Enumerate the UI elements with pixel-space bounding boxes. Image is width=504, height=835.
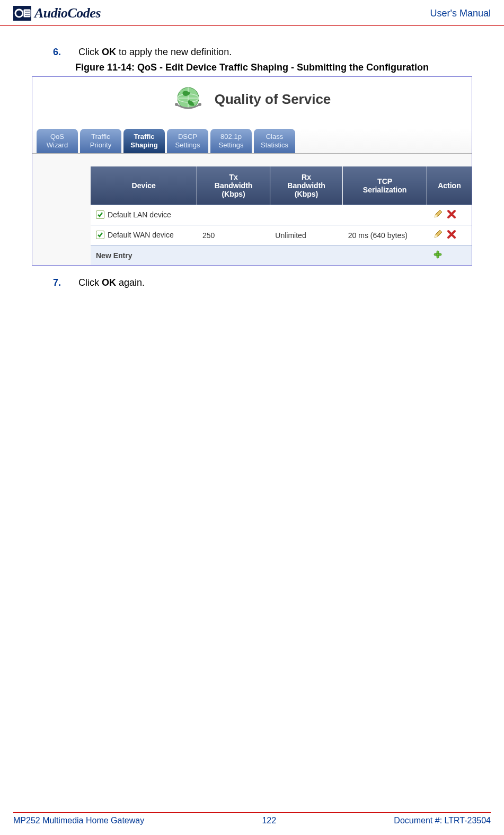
- step-6: 6. Click OK to apply the new definition.: [53, 47, 472, 58]
- brand-name: AudioCodes: [34, 5, 101, 21]
- page-footer: MP252 Multimedia Home Gateway 122 Docume…: [13, 812, 491, 825]
- step-number: 6.: [53, 47, 64, 58]
- footer-page-number: 122: [262, 816, 276, 825]
- qos-title: Quality of Service: [215, 91, 331, 108]
- col-rx: RxBandwidth(Kbps): [270, 166, 342, 205]
- tab-8021p-settings[interactable]: 802.1p Settings: [210, 129, 252, 153]
- tab-class-statistics[interactable]: Class Statistics: [254, 129, 295, 153]
- svg-point-8: [198, 103, 201, 106]
- figure-screenshot: Quality of Service QoS Wizard Traffic Pr…: [32, 76, 472, 266]
- page-header: AudioCodes User's Manual: [0, 0, 504, 26]
- footer-right: Document #: LTRT-23504: [394, 816, 491, 825]
- step-text: Click OK to apply the new definition.: [78, 47, 232, 58]
- figure-caption: Figure 11-14: QoS - Edit Device Traffic …: [32, 62, 472, 73]
- svg-rect-10: [437, 251, 439, 258]
- add-icon[interactable]: [433, 250, 443, 261]
- doc-type: User's Manual: [430, 8, 491, 19]
- col-device: Device: [91, 166, 197, 205]
- tab-dscp-settings[interactable]: DSCP Settings: [167, 129, 208, 153]
- globe-icon: [173, 84, 203, 114]
- device-name: Default LAN device: [108, 210, 171, 219]
- tcp-value: [343, 205, 427, 225]
- table-row: Default WAN device 250 Unlimited 20 ms (…: [91, 225, 472, 245]
- page-content: 6. Click OK to apply the new definition.…: [0, 26, 504, 288]
- delete-icon[interactable]: [447, 230, 456, 241]
- delete-icon[interactable]: [447, 209, 456, 221]
- audiocodes-logo-icon: [13, 6, 31, 21]
- step-7: 7. Click OK again.: [53, 277, 472, 288]
- brand-logo: AudioCodes: [13, 5, 101, 21]
- qos-table-wrapper: Device TxBandwidth(Kbps) RxBandwidth(Kbp…: [32, 154, 472, 265]
- footer-left: MP252 Multimedia Home Gateway: [13, 816, 144, 825]
- rx-value: Unlimited: [270, 225, 342, 245]
- qos-table: Device TxBandwidth(Kbps) RxBandwidth(Kbp…: [91, 166, 472, 265]
- tab-traffic-shaping[interactable]: Traffic Shaping: [123, 129, 165, 153]
- edit-icon[interactable]: [433, 209, 443, 221]
- tab-qos-wizard[interactable]: QoS Wizard: [37, 129, 78, 153]
- table-row: Default LAN device: [91, 205, 472, 225]
- col-tx: TxBandwidth(Kbps): [197, 166, 270, 205]
- checkbox-checked-icon: [96, 210, 104, 219]
- rx-value: [270, 205, 342, 225]
- step-text: Click OK again.: [78, 277, 145, 288]
- qos-header: Quality of Service: [32, 77, 472, 129]
- tcp-value: 20 ms (640 bytes): [343, 225, 427, 245]
- step-number: 7.: [53, 277, 64, 288]
- col-action: Action: [427, 166, 472, 205]
- new-entry-row[interactable]: New Entry: [91, 245, 472, 266]
- tx-value: 250: [197, 225, 270, 245]
- tx-value: [197, 205, 270, 225]
- new-entry-label: New Entry: [91, 245, 197, 266]
- svg-point-7: [175, 103, 178, 106]
- tab-strip: QoS Wizard Traffic Priority Traffic Shap…: [32, 129, 472, 154]
- col-tcp: TCPSerialization: [343, 166, 427, 205]
- tab-traffic-priority[interactable]: Traffic Priority: [80, 129, 121, 153]
- edit-icon[interactable]: [433, 230, 443, 241]
- device-checkbox[interactable]: Default WAN device: [96, 231, 174, 239]
- device-name: Default WAN device: [108, 231, 174, 239]
- checkbox-checked-icon: [96, 231, 104, 239]
- device-checkbox[interactable]: Default LAN device: [96, 210, 171, 219]
